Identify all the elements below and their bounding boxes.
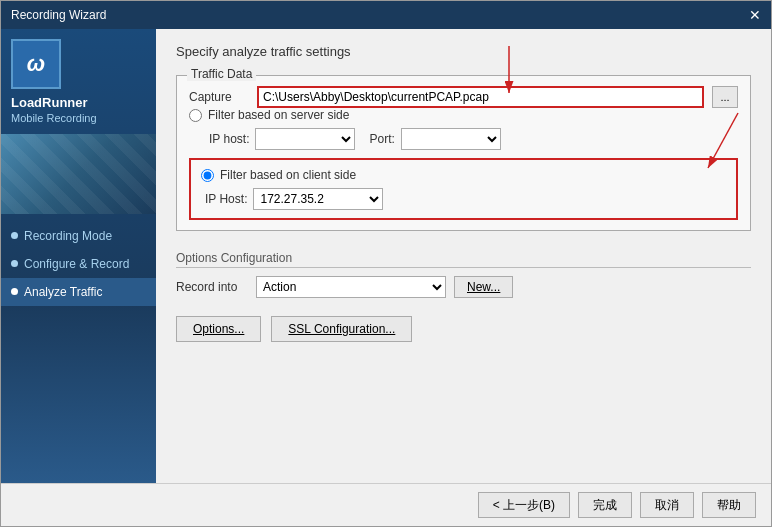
nav-dot-analyze-traffic <box>11 288 18 295</box>
record-into-label: Record into <box>176 280 248 294</box>
sidebar-item-label: Recording Mode <box>24 229 112 243</box>
sidebar-item-recording-mode[interactable]: Recording Mode <box>1 222 156 250</box>
back-button[interactable]: < 上一步(B) <box>478 492 570 518</box>
sidebar-logo-area: ω LoadRunner Mobile Recording <box>1 29 156 134</box>
options-config-title: Options Configuration <box>176 251 751 268</box>
client-ip-row: IP Host: 172.27.35.2 <box>201 188 726 210</box>
finish-button[interactable]: 完成 <box>578 492 632 518</box>
filter-client-section: Filter based on client side IP Host: 172… <box>189 158 738 220</box>
server-ip-row: IP host: Port: <box>189 128 738 150</box>
port-select[interactable] <box>401 128 501 150</box>
new-button[interactable]: New... <box>454 276 513 298</box>
sidebar-brand-sub: Mobile Recording <box>11 112 97 124</box>
ip-host2-select[interactable]: 172.27.35.2 <box>253 188 383 210</box>
sidebar-item-analyze-traffic[interactable]: Analyze Traffic <box>1 278 156 306</box>
action-select[interactable]: Action <box>256 276 446 298</box>
capture-section: Capture ... <box>189 86 738 108</box>
filter-server-radio-row: Filter based on server side <box>189 108 738 122</box>
sidebar-logo-symbol: ω <box>27 51 45 77</box>
ssl-config-button[interactable]: SSL Configuration... <box>271 316 412 342</box>
sidebar-item-label: Analyze Traffic <box>24 285 102 299</box>
ip-host-select[interactable] <box>255 128 355 150</box>
capture-label: Capture <box>189 90 249 104</box>
traffic-data-title: Traffic Data <box>187 67 256 81</box>
sidebar-image <box>1 134 156 214</box>
nav-dot-recording-mode <box>11 232 18 239</box>
section-heading: Specify analyze traffic settings <box>176 44 751 59</box>
options-row: Record into Action New... <box>176 276 751 298</box>
filter-client-radio-row: Filter based on client side <box>201 168 726 182</box>
recording-wizard-window: Recording Wizard ✕ ω LoadRunner Mobile R… <box>0 0 772 527</box>
content-area: ω LoadRunner Mobile Recording Recording … <box>1 29 771 483</box>
ip-host2-label: IP Host: <box>205 192 247 206</box>
options-button[interactable]: Options... <box>176 316 261 342</box>
capture-input[interactable] <box>257 86 704 108</box>
filter-server-radio[interactable] <box>189 109 202 122</box>
browse-button[interactable]: ... <box>712 86 738 108</box>
bottom-bar: < 上一步(B) 完成 取消 帮助 <box>1 483 771 526</box>
ip-host-label: IP host: <box>209 132 249 146</box>
filter-client-label: Filter based on client side <box>220 168 356 182</box>
nav-dot-configure-record <box>11 260 18 267</box>
filter-server-label: Filter based on server side <box>208 108 349 122</box>
help-button[interactable]: 帮助 <box>702 492 756 518</box>
sidebar-logo-box: ω <box>11 39 61 89</box>
sidebar-nav: Recording Mode Configure & Record Analyz… <box>1 214 156 314</box>
filter-client-box: Filter based on client side IP Host: 172… <box>189 158 738 220</box>
action-buttons-row: Options... SSL Configuration... <box>176 316 751 342</box>
title-bar: Recording Wizard ✕ <box>1 1 771 29</box>
sidebar-item-label: Configure & Record <box>24 257 129 271</box>
close-button[interactable]: ✕ <box>749 7 761 23</box>
main-panel: Specify analyze traffic settings Traffic… <box>156 29 771 483</box>
sidebar-brand: LoadRunner <box>11 95 88 112</box>
sidebar: ω LoadRunner Mobile Recording Recording … <box>1 29 156 483</box>
port-label: Port: <box>369 132 394 146</box>
options-config-group: Options Configuration Record into Action… <box>176 251 751 298</box>
filter-client-radio[interactable] <box>201 169 214 182</box>
traffic-data-group: Traffic Data Capture <box>176 75 751 231</box>
sidebar-item-configure-record[interactable]: Configure & Record <box>1 250 156 278</box>
sidebar-image-overlay <box>1 134 156 214</box>
window-title: Recording Wizard <box>11 8 106 22</box>
cancel-button[interactable]: 取消 <box>640 492 694 518</box>
capture-row: Capture ... <box>189 86 738 108</box>
